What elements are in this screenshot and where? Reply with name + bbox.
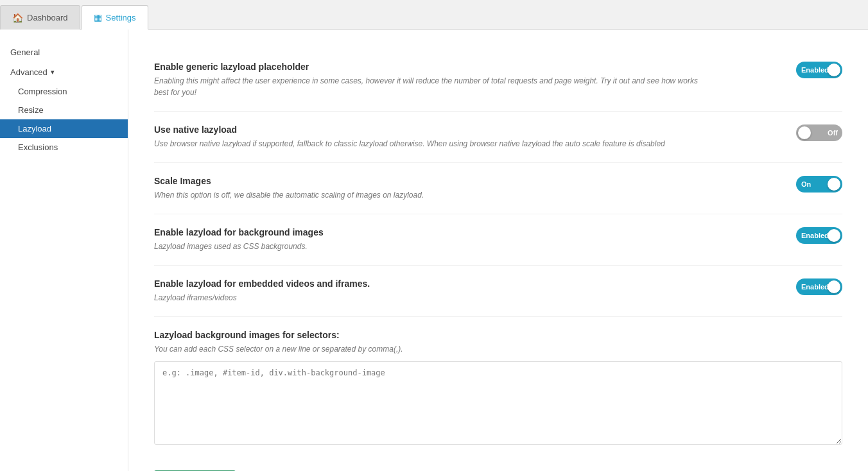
tab-bar: 🏠 Dashboard ▦ Settings bbox=[0, 0, 868, 30]
tab-settings-label: Settings bbox=[106, 13, 136, 22]
setting-control-scale-images: On bbox=[785, 176, 842, 193]
toggle-embedded-videos[interactable]: Enabled bbox=[796, 278, 842, 295]
dashboard-icon: 🏠 bbox=[12, 13, 23, 23]
toggle-scale-images[interactable]: On bbox=[796, 176, 842, 193]
setting-desc-background-images: Lazyload images used as CSS backgrounds. bbox=[154, 241, 700, 252]
setting-control-embedded-videos: Enabled bbox=[785, 278, 842, 295]
toggle-generic-lazyload[interactable]: Enabled bbox=[796, 62, 842, 78]
tab-dashboard[interactable]: 🏠 Dashboard bbox=[0, 5, 80, 30]
toggle-label-embedded-videos: Enabled bbox=[801, 283, 829, 291]
toggle-label-background-images: Enabled bbox=[801, 232, 829, 239]
setting-info-embedded-videos: Enable lazyload for embedded videos and … bbox=[154, 278, 785, 304]
sidebar-item-resize[interactable]: Resize bbox=[0, 101, 128, 119]
toggle-knob-generic-lazyload bbox=[828, 64, 840, 76]
toggle-knob-native-lazyload bbox=[798, 126, 811, 139]
selector-section: Lazyload background images for selectors… bbox=[154, 317, 842, 458]
setting-info-scale-images: Scale Images When this option is off, we… bbox=[154, 176, 785, 201]
setting-title-embedded-videos: Enable lazyload for embedded videos and … bbox=[154, 278, 759, 289]
setting-row-native-lazyload: Use native lazyload Use browser native l… bbox=[154, 112, 842, 163]
setting-info-native-lazyload: Use native lazyload Use browser native l… bbox=[154, 124, 785, 150]
setting-row-generic-lazyload: Enable generic lazyload placeholder Enab… bbox=[154, 49, 842, 112]
sidebar-group-advanced[interactable]: Advanced ▾ bbox=[0, 62, 128, 82]
sidebar-item-exclusions[interactable]: Exclusions bbox=[0, 138, 128, 157]
selector-title: Lazyload background images for selectors… bbox=[154, 330, 340, 340]
setting-desc-generic-lazyload: Enabling this might affect the user expe… bbox=[154, 75, 700, 98]
chevron-down-icon: ▾ bbox=[51, 68, 55, 76]
selector-textarea[interactable] bbox=[154, 361, 842, 445]
setting-title-generic-lazyload: Enable generic lazyload placeholder bbox=[154, 62, 759, 72]
setting-row-scale-images: Scale Images When this option is off, we… bbox=[154, 163, 842, 214]
sidebar-item-lazyload[interactable]: Lazyload bbox=[0, 119, 128, 138]
settings-icon: ▦ bbox=[94, 12, 102, 22]
settings-content: Enable generic lazyload placeholder Enab… bbox=[128, 30, 868, 471]
main-layout: General Advanced ▾ Compression Resize La… bbox=[0, 30, 868, 471]
setting-info-background-images: Enable lazyload for background images La… bbox=[154, 227, 785, 252]
toggle-knob-background-images bbox=[828, 229, 840, 242]
setting-control-generic-lazyload: Enabled bbox=[785, 62, 842, 78]
setting-control-native-lazyload: Off bbox=[785, 124, 842, 141]
sidebar-item-compression[interactable]: Compression bbox=[0, 82, 128, 101]
setting-desc-native-lazyload: Use browser native lazyload if supported… bbox=[154, 138, 700, 150]
setting-title-background-images: Enable lazyload for background images bbox=[154, 227, 759, 237]
toggle-knob-embedded-videos bbox=[828, 280, 840, 293]
setting-title-native-lazyload: Use native lazyload bbox=[154, 124, 759, 135]
sidebar: General Advanced ▾ Compression Resize La… bbox=[0, 30, 128, 471]
toggle-background-images[interactable]: Enabled bbox=[796, 227, 842, 244]
setting-row-background-images: Enable lazyload for background images La… bbox=[154, 214, 842, 266]
setting-desc-scale-images: When this option is off, we disable the … bbox=[154, 189, 700, 201]
setting-title-scale-images: Scale Images bbox=[154, 176, 759, 186]
setting-control-background-images: Enabled bbox=[785, 227, 842, 244]
toggle-label-generic-lazyload: Enabled bbox=[801, 66, 829, 74]
setting-info-generic-lazyload: Enable generic lazyload placeholder Enab… bbox=[154, 62, 785, 98]
setting-row-embedded-videos: Enable lazyload for embedded videos and … bbox=[154, 266, 842, 317]
sidebar-item-general[interactable]: General bbox=[0, 42, 128, 62]
toggle-label-scale-images: On bbox=[801, 180, 811, 188]
toggle-native-lazyload[interactable]: Off bbox=[796, 124, 842, 141]
tab-settings[interactable]: ▦ Settings bbox=[82, 5, 148, 30]
tab-dashboard-label: Dashboard bbox=[27, 13, 68, 22]
toggle-knob-scale-images bbox=[828, 178, 840, 191]
toggle-label-native-lazyload: Off bbox=[828, 129, 838, 137]
selector-desc: You can add each CSS selector on a new l… bbox=[154, 343, 403, 355]
setting-desc-embedded-videos: Lazyload iframes/videos bbox=[154, 292, 700, 304]
